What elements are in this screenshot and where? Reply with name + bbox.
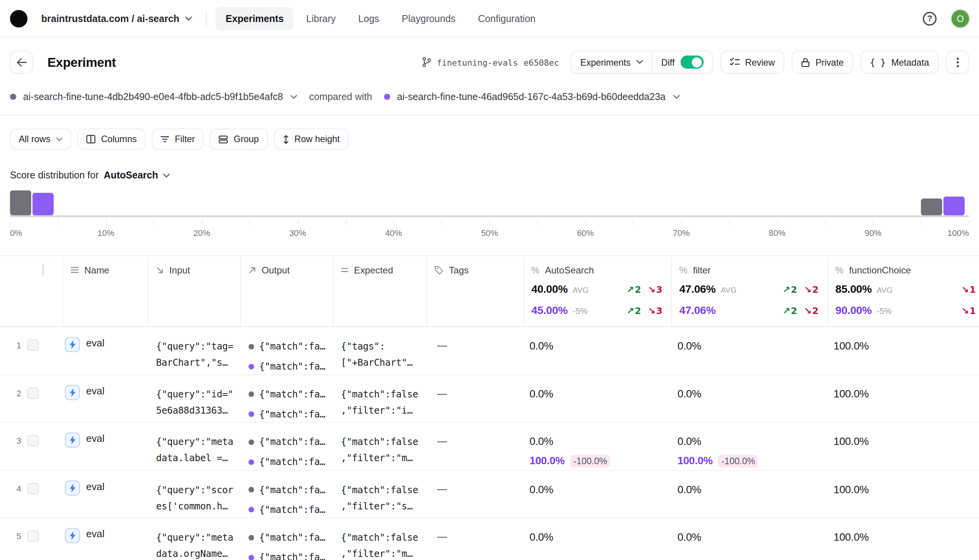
histogram-bar [943, 197, 965, 215]
column-header-autosearch[interactable]: % AutoSearch 40.00% AVG 2 3 45.00% -5% 2… [523, 256, 671, 327]
column-label: filter [693, 265, 711, 275]
git-branch-info[interactable]: finetuning-evals e6508ec [422, 57, 559, 67]
table-row[interactable]: 2 eval {"query":"id="5e6a88d31363… {"mat… [0, 375, 979, 423]
axis-tick [586, 220, 586, 226]
output-cell: {"match":fa… {"match":fa… [240, 327, 333, 374]
column-header-name[interactable]: Name [63, 256, 148, 327]
score-distribution-selector[interactable]: Score distribution for AutoSearch [10, 170, 170, 181]
name-cell: eval [63, 470, 148, 518]
select-all-checkbox[interactable] [42, 264, 44, 276]
axis-tick-label: 90% [865, 228, 882, 238]
tab-logs[interactable]: Logs [348, 7, 389, 30]
autosearch-score-cell: 0.0% 100.0% -100.0% [523, 423, 671, 470]
private-button[interactable]: Private [792, 51, 853, 74]
axis-tick-label: 20% [193, 228, 210, 238]
table-row[interactable]: 1 eval {"query":"tag=BarChart","s… {"mat… [0, 327, 979, 375]
metadata-button[interactable]: { } Metadata [860, 51, 938, 74]
back-button[interactable] [10, 51, 33, 74]
tags-cell: — [427, 327, 523, 374]
tab-experiments[interactable]: Experiments [216, 7, 294, 30]
axis-tick [921, 220, 922, 226]
improvements-count: 2 [627, 306, 641, 316]
axis-tick [298, 220, 299, 226]
filter-score-cell: 0.0% 100.0% -100.0% [671, 423, 827, 470]
arrow-down-right-icon [156, 266, 163, 273]
row-checkbox[interactable] [27, 531, 39, 542]
delta-label: -5% [573, 306, 588, 316]
comparison-experiment-dot [384, 93, 390, 100]
axis-tick [442, 220, 442, 226]
diff-toggle[interactable] [680, 56, 704, 69]
axis-tick [729, 220, 730, 226]
delta-label: -5% [877, 306, 892, 316]
base-experiment-select[interactable]: ai-search-fine-tune-4db2b490-e0e4-4fbb-a… [10, 91, 297, 102]
tags-cell: — [427, 423, 523, 470]
table-row[interactable]: 5 eval {"query":"metadata.orgName… {"mat… [0, 518, 979, 560]
comparison-avg-score: 47.06% [679, 304, 716, 317]
tab-library[interactable]: Library [296, 7, 346, 30]
breadcrumb[interactable]: braintrustdata.com / ai-search [41, 13, 193, 24]
row-name: eval [86, 337, 104, 349]
regressions-count: 1 [961, 285, 976, 295]
eval-lightning-icon [65, 480, 80, 496]
input-cell: {"query":"metadata.orgName… [148, 518, 240, 560]
column-header-input[interactable]: Input [148, 256, 240, 327]
row-height-button[interactable]: Row height [274, 129, 348, 150]
axis-tick-label: 10% [97, 228, 114, 238]
review-label: Review [745, 57, 775, 67]
column-header-expected[interactable]: Expected [333, 256, 426, 327]
axis-tick [346, 220, 347, 226]
column-header-functionchoice[interactable]: % functionChoice 85.00% AVG 1 90.00% -5%… [827, 256, 979, 327]
column-header-output[interactable]: Output [240, 256, 333, 327]
comparison-row: ai-search-fine-tune-4db2b490-e0e4-4fbb-a… [0, 82, 979, 115]
git-branch-icon [422, 57, 431, 67]
columns-button[interactable]: Columns [77, 129, 146, 150]
column-header-filter[interactable]: % filter 47.06% AVG 2 2 47.06% 2 2 [671, 256, 827, 327]
column-header-tags[interactable]: Tags [427, 256, 523, 327]
expected-cell: {"match":false,"filter":"m… [333, 423, 426, 470]
row-checkbox[interactable] [27, 339, 39, 351]
name-cell: eval [63, 327, 148, 374]
tab-playgrounds[interactable]: Playgrounds [392, 7, 466, 30]
group-button[interactable]: Group [210, 129, 267, 150]
tag-icon [435, 266, 444, 275]
avatar[interactable]: O [952, 10, 969, 27]
header-actions: finetuning-evals e6508ec Experiments Dif… [422, 51, 969, 74]
percent-icon: % [835, 265, 843, 275]
avg-label: AVG [573, 286, 588, 295]
table-row[interactable]: 3 eval {"query":"metadata.label =… {"mat… [0, 423, 979, 470]
base-output-dot [248, 344, 254, 350]
comparison-output-dot [248, 507, 254, 512]
experiments-dropdown[interactable]: Experiments [571, 51, 652, 73]
breadcrumb-label: braintrustdata.com / ai-search [41, 13, 180, 24]
row-checkbox[interactable] [27, 387, 39, 399]
score-distribution-score-name: AutoSearch [104, 170, 158, 181]
table-row[interactable]: 4 eval {"query":"scores['common.h… {"mat… [0, 470, 979, 518]
avg-score: 40.00% [531, 283, 568, 296]
avg-label: AVG [721, 286, 736, 295]
expected-cell: {"match":false,"filter":"s… [333, 470, 426, 518]
filter-button[interactable]: Filter [152, 129, 204, 150]
base-experiment-dot [10, 93, 16, 100]
expected-cell: {"match":false,"filter":"m… [333, 518, 426, 560]
all-rows-dropdown[interactable]: All rows [10, 129, 71, 150]
comparison-experiment-select[interactable]: ai-search-fine-tune-46ad965d-167c-4a53-b… [384, 91, 680, 102]
regressions-count: 1 [961, 306, 976, 316]
row-checkbox[interactable] [27, 435, 39, 446]
comparison-output-dot [248, 411, 254, 417]
axis-tick-label: 0% [10, 228, 22, 238]
column-label: Tags [449, 265, 469, 275]
score-distribution-label: Score distribution for [10, 170, 99, 181]
row-name: eval [86, 433, 104, 445]
tab-configuration[interactable]: Configuration [468, 7, 546, 30]
chevron-down-icon [185, 16, 192, 21]
comparison-avg-score: 90.00% [835, 304, 872, 317]
page-title: Experiment [48, 54, 116, 70]
branch-name: finetuning-evals [437, 57, 518, 67]
more-menu-button[interactable] [946, 51, 969, 74]
review-button[interactable]: Review [720, 51, 784, 74]
braintrust-logo[interactable] [10, 10, 27, 27]
row-checkbox[interactable] [27, 483, 39, 494]
help-icon[interactable]: ? [923, 12, 937, 25]
tags-cell: — [427, 470, 523, 518]
